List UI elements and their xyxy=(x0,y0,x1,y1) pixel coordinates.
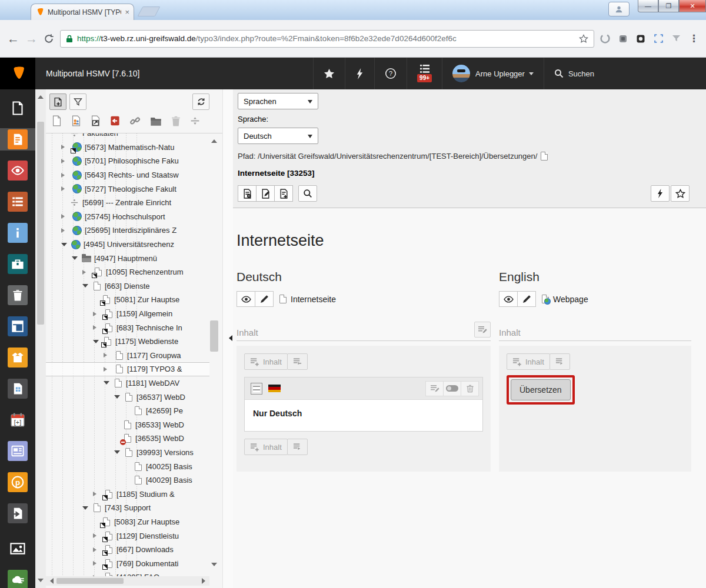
minimize-button[interactable]: — xyxy=(638,0,658,12)
tree-node[interactable]: [25695] Interdisziplinäres Z xyxy=(46,223,209,238)
tree-node[interactable]: [1185] Studium & xyxy=(46,487,209,501)
scroll-up-icon[interactable] xyxy=(211,136,217,143)
module-export[interactable] xyxy=(0,502,35,524)
tree-node[interactable]: [1129] Dienstleistu xyxy=(46,529,209,543)
expand-icon[interactable] xyxy=(61,214,67,219)
paste-content-button[interactable] xyxy=(287,353,308,370)
tree-node[interactable]: [663] Dienste xyxy=(46,279,209,293)
edit-page-properties-button[interactable] xyxy=(517,291,536,307)
collapse-icon[interactable] xyxy=(82,284,88,290)
help-toolbar-item[interactable]: ? xyxy=(374,58,407,89)
clear-cache-toolbar-item[interactable] xyxy=(345,58,374,89)
module-extras[interactable] xyxy=(0,346,35,369)
expand-icon[interactable] xyxy=(104,353,109,358)
tree-node[interactable]: [41295] FAQ xyxy=(46,570,209,576)
typo3-logo[interactable] xyxy=(0,58,35,89)
view-page-button[interactable] xyxy=(237,291,255,307)
filter-extension-icon[interactable] xyxy=(672,34,681,43)
pgshort-icon[interactable] xyxy=(91,115,101,126)
tree-vertical-scrollbar[interactable] xyxy=(35,89,46,588)
tree-node[interactable]: [4945] Universitätsrechenz xyxy=(46,238,209,252)
search-button[interactable] xyxy=(298,185,317,202)
module-media[interactable] xyxy=(0,569,35,588)
edit-column-content-button[interactable] xyxy=(474,322,491,338)
collapse-icon[interactable] xyxy=(61,243,67,249)
new-content-button[interactable]: Inhalt xyxy=(244,439,288,455)
expand-icon[interactable] xyxy=(82,270,88,275)
tree-node[interactable]: [1177] Groupwa xyxy=(46,349,209,363)
module-powermail[interactable]: p xyxy=(0,471,35,493)
paste-content-button[interactable] xyxy=(550,353,570,370)
clear-cache-button[interactable] xyxy=(651,185,670,202)
expand-icon[interactable] xyxy=(61,159,67,163)
refresh-tree-button[interactable] xyxy=(192,93,209,110)
tree-right-scrollbar[interactable] xyxy=(208,136,220,576)
chrome-menu-icon[interactable]: ⋮ xyxy=(689,32,699,45)
new-content-button[interactable]: Inhalt xyxy=(507,353,550,370)
module-info[interactable] xyxy=(0,222,35,244)
tree-node[interactable]: [743] Support xyxy=(46,501,209,515)
collapse-icon[interactable] xyxy=(82,506,88,513)
scroll-down-icon[interactable] xyxy=(38,579,44,585)
tree-node[interactable]: [5083] Zur Hauptse xyxy=(46,515,209,529)
link-icon[interactable] xyxy=(129,115,141,126)
tree-node[interactable]: [25745] Hochschulsport xyxy=(46,210,209,224)
new-content-button[interactable]: Inhalt xyxy=(244,353,288,370)
tree-node[interactable]: [42659] Pe xyxy=(46,404,209,418)
url-bar[interactable]: https://t3-web.rz.uni-greifswald.de/typo… xyxy=(60,30,594,48)
tree-node[interactable]: [1181] WebDAV xyxy=(46,376,209,390)
tree-node[interactable]: [5699] --- Zentrale Einricht xyxy=(46,196,209,210)
tab-close-icon[interactable]: × xyxy=(125,8,129,16)
content-element[interactable]: Nur Deutsch xyxy=(244,377,483,432)
module-list[interactable] xyxy=(0,191,35,213)
collapse-icon[interactable] xyxy=(93,340,99,346)
expand-icon[interactable] xyxy=(93,312,99,316)
delete-content-button[interactable] xyxy=(461,381,479,396)
scroll-right-icon[interactable] xyxy=(202,578,208,584)
tree-node[interactable]: [36533] WebD xyxy=(46,417,209,432)
module-web[interactable] xyxy=(0,97,35,119)
expand-icon[interactable] xyxy=(61,173,67,178)
expand-icon[interactable] xyxy=(61,228,67,233)
bookmark-button[interactable] xyxy=(671,185,690,202)
collapse-icon[interactable] xyxy=(72,256,78,263)
profile-button[interactable] xyxy=(608,2,630,16)
tree-node[interactable]: [769] Dokumentati xyxy=(46,556,209,570)
pgred-icon[interactable] xyxy=(110,115,120,126)
module-news[interactable] xyxy=(0,440,35,462)
expand-icon[interactable] xyxy=(93,533,99,538)
module-template[interactable] xyxy=(0,315,35,338)
tree-node[interactable]: Fakultäten xyxy=(46,133,209,141)
view-page-button[interactable] xyxy=(499,291,518,307)
view-webpage-button[interactable] xyxy=(238,185,257,202)
extension-icon-4[interactable] xyxy=(654,34,664,44)
collapse-icon[interactable] xyxy=(114,450,120,457)
reload-icon[interactable] xyxy=(44,34,54,44)
tree-node[interactable]: [1095] Rechenzentrum xyxy=(46,265,209,279)
function-select[interactable]: Sprachen xyxy=(238,93,318,109)
forward-icon[interactable]: → xyxy=(25,32,38,45)
tree-node[interactable]: [4947] Hauptmenü xyxy=(46,251,209,265)
tree-node[interactable]: [5727] Theologische Fakult xyxy=(46,182,209,196)
tree-node[interactable]: [39993] Versions xyxy=(46,446,209,460)
browser-tab[interactable]: Multiportal HSMV [TYPO × xyxy=(31,4,134,20)
module-functions[interactable] xyxy=(0,253,35,275)
tree-node[interactable]: [36535] WebD xyxy=(46,432,209,446)
tree-node[interactable]: [40029] Basis xyxy=(46,473,209,487)
module-view[interactable] xyxy=(0,159,35,182)
scrollbar-thumb[interactable] xyxy=(37,122,44,325)
expand-icon[interactable] xyxy=(93,492,99,496)
tree-node[interactable]: [5673] Mathematisch-Natu xyxy=(46,141,209,155)
module-filelist[interactable] xyxy=(0,537,35,560)
tree-node[interactable]: [5701] Philosophische Faku xyxy=(46,154,209,168)
scroll-up-icon[interactable] xyxy=(38,92,44,99)
tree-node[interactable]: [1179] TYPO3 & xyxy=(46,362,209,376)
filter-button[interactable] xyxy=(69,93,86,110)
pgblank-icon[interactable] xyxy=(52,115,62,126)
back-icon[interactable]: ← xyxy=(7,32,19,45)
module-page[interactable] xyxy=(0,128,35,151)
expand-icon[interactable] xyxy=(93,561,99,566)
new-tab-button[interactable] xyxy=(137,6,160,16)
language-select[interactable]: Deutsch xyxy=(238,128,318,144)
module-recycler[interactable] xyxy=(0,284,35,306)
